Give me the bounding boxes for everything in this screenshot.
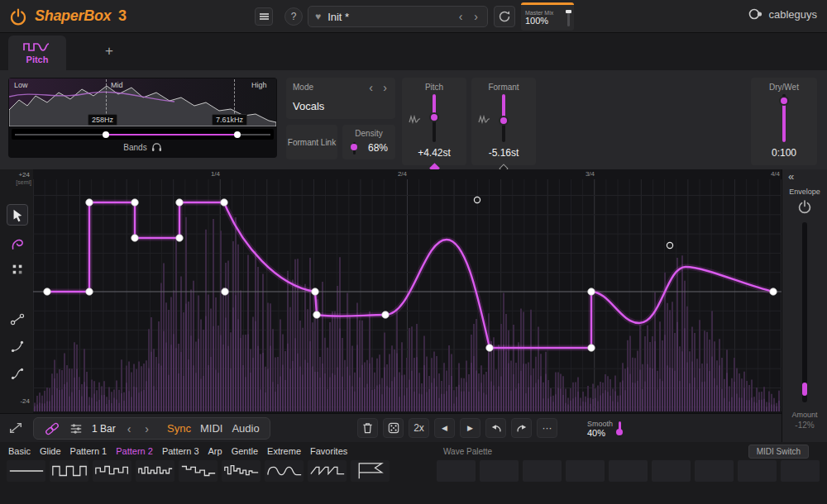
formant-amount-control[interactable]: Formant -5.16st <box>471 78 536 165</box>
palette-tab-pattern1[interactable]: Pattern 1 <box>70 446 108 456</box>
length-prev-button[interactable]: ‹ <box>125 423 134 435</box>
wave-slot-empty[interactable] <box>738 460 777 482</box>
cursor-icon <box>11 208 24 222</box>
line-shape-button[interactable] <box>7 308 28 330</box>
dry-wet-slider-handle[interactable] <box>779 96 789 106</box>
master-mix-slider[interactable] <box>567 10 570 26</box>
smooth-control[interactable]: Smooth 40% <box>587 417 621 440</box>
wave-palette-label: Wave Palette <box>443 447 492 456</box>
master-mix-control[interactable]: Master Mix 100% <box>521 2 574 31</box>
loop-length-value[interactable]: 1 Bar <box>92 423 116 435</box>
wave-thumb-cluster[interactable] <box>222 460 261 482</box>
wave-thumb-round[interactable] <box>265 460 304 482</box>
more-options-button[interactable]: ··· <box>537 418 557 438</box>
mode-prev-button[interactable]: ‹ <box>366 82 375 93</box>
s-curve-shape-button[interactable] <box>7 363 28 384</box>
palette-tab-pattern2[interactable]: Pattern 2 <box>116 446 153 456</box>
wave-thumb-flat[interactable] <box>7 460 45 482</box>
timing-group: 1 Bar ‹ › Sync MIDI Audio <box>33 417 270 440</box>
mode-next-button[interactable]: › <box>380 82 390 93</box>
master-mix-label: Master Mix <box>525 10 564 16</box>
wave-thumb-stairs[interactable] <box>179 460 218 482</box>
length-next-button[interactable]: › <box>142 423 151 435</box>
shift-right-button[interactable]: ▶ <box>460 418 480 438</box>
wave-editor[interactable]: 1/4 2/4 3/4 4/4 <box>33 169 782 413</box>
envelope-canvas[interactable] <box>33 169 782 413</box>
preset-selector[interactable]: ♥ Init * ‹ › <box>308 6 488 27</box>
transport-bar: 1 Bar ‹ › Sync MIDI Audio <box>0 413 782 442</box>
wave-slot-empty[interactable] <box>781 460 820 482</box>
palette-tab-extreme[interactable]: Extreme <box>267 446 301 456</box>
palette-tab-favorites[interactable]: Favorites <box>310 446 347 456</box>
palette-tab-basic[interactable]: Basic <box>8 446 31 456</box>
pattern-tool-button[interactable] <box>7 259 28 280</box>
wave-thumb-dense[interactable] <box>136 460 174 482</box>
dry-wet-control[interactable]: Dry/Wet 0:100 <box>751 78 817 165</box>
sync-mode-button[interactable]: Sync <box>167 422 191 435</box>
redo-button[interactable] <box>511 418 532 438</box>
pitch-slider-handle[interactable] <box>429 112 439 122</box>
palette-tab-glide[interactable]: Glide <box>40 446 61 456</box>
wave-thumb-steps[interactable] <box>93 460 131 482</box>
delete-button[interactable] <box>357 418 378 438</box>
wave-slot-empty[interactable] <box>437 460 476 482</box>
palette-tab-arp[interactable]: Arp <box>208 446 222 456</box>
undo-button[interactable] <box>485 418 506 438</box>
curve-shape-button[interactable] <box>7 335 28 357</box>
pitch-label: Pitch <box>402 83 466 92</box>
collapse-panel-button[interactable]: « <box>788 170 794 183</box>
wave-settings-icon[interactable] <box>69 422 83 435</box>
band-range-slider[interactable] <box>12 129 274 140</box>
preset-prev-button[interactable]: ‹ <box>457 11 466 22</box>
expand-editor-icon[interactable] <box>8 421 23 435</box>
wave-slot-empty[interactable] <box>566 460 605 482</box>
band-label-high: High <box>251 81 267 89</box>
wave-thumb-rampsteps[interactable] <box>308 460 347 482</box>
pitch-amount-control[interactable]: Pitch +4.42st <box>402 78 466 165</box>
midi-switch-button[interactable]: MIDI Switch <box>748 445 809 459</box>
draw-tool-button[interactable] <box>7 232 28 254</box>
select-tool-button[interactable] <box>7 204 28 226</box>
pattern-brush-icon <box>11 263 24 276</box>
band-handle-low[interactable] <box>103 131 109 138</box>
formant-slider-handle[interactable] <box>499 116 509 126</box>
palette-tab-gentle[interactable]: Gentle <box>232 446 258 456</box>
favorite-icon[interactable]: ♥ <box>315 11 321 22</box>
smooth-label: Smooth <box>587 420 613 428</box>
wave-thumb-flag[interactable] <box>351 460 390 482</box>
band-label-low: Low <box>14 81 28 89</box>
palette-tab-pattern3[interactable]: Pattern 3 <box>162 446 199 456</box>
envelope-amount-slider[interactable] <box>802 222 807 402</box>
randomize-button[interactable] <box>383 418 404 438</box>
ab-compare-button[interactable] <box>494 6 515 27</box>
tab-pitch[interactable]: Pitch <box>8 36 66 70</box>
double-pattern-button[interactable]: 2x <box>409 418 429 438</box>
formant-link-button[interactable]: Formant Link <box>286 125 337 159</box>
envelope-power-icon[interactable] <box>796 198 813 215</box>
band-handle-high[interactable] <box>234 131 241 138</box>
headphones-icon[interactable] <box>151 142 162 152</box>
pitch-mini-wave-icon <box>409 114 422 124</box>
wave-slot-empty[interactable] <box>652 460 691 482</box>
wave-slot-empty[interactable] <box>480 460 519 482</box>
wave-slot-empty[interactable] <box>523 460 562 482</box>
menu-button[interactable] <box>255 7 273 26</box>
wave-slot-empty[interactable] <box>609 460 648 482</box>
wave-thumb-square[interactable] <box>50 460 88 482</box>
midi-mode-button[interactable]: MIDI <box>200 422 222 435</box>
envelope-amount-handle[interactable] <box>802 383 807 396</box>
density-control[interactable]: Density 68% <box>342 125 395 159</box>
loop-link-icon[interactable] <box>44 421 60 436</box>
audio-mode-button[interactable]: Audio <box>232 422 259 435</box>
density-handle[interactable] <box>351 144 357 150</box>
mode-selector[interactable]: Mode ‹ › Vocals <box>286 78 395 119</box>
shift-left-button[interactable]: ◀ <box>434 418 455 438</box>
smooth-slider[interactable] <box>619 421 621 436</box>
power-icon[interactable] <box>8 7 28 26</box>
wave-slot-empty[interactable] <box>695 460 734 482</box>
preset-next-button[interactable]: › <box>471 11 480 22</box>
add-shaper-button[interactable]: + <box>99 41 119 61</box>
band-display[interactable]: Low Mid High 258Hz 7.61kHz Bands <box>8 78 277 158</box>
smooth-handle[interactable] <box>616 429 623 435</box>
help-button[interactable]: ? <box>284 7 303 26</box>
